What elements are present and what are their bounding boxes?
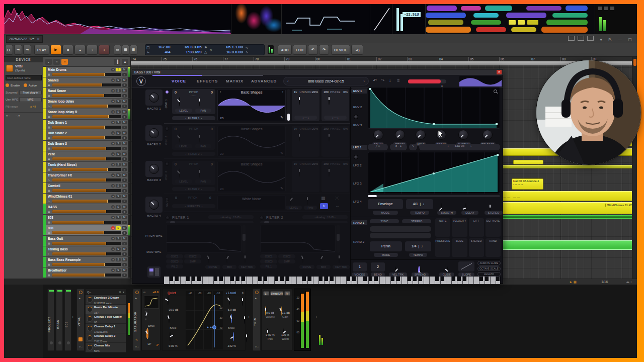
wavetable-dims[interactable]: 2D (220, 117, 224, 120)
loud-knee-mod-knob[interactable] (244, 315, 245, 324)
filter1-drive-knob[interactable] (208, 254, 209, 263)
remote-knob[interactable] (87, 326, 93, 331)
rand-mode-selector[interactable]: Perlin (370, 241, 402, 251)
filter-input-button[interactable]: SMP (278, 259, 295, 263)
mute-button[interactable]: M (122, 258, 127, 261)
track-volume-fader[interactable] (52, 252, 121, 255)
filter2-mix-knob[interactable] (320, 254, 321, 263)
track-row[interactable]: Dub Snare 2 ● S M ▦ ≡ (43, 130, 130, 141)
plugin-close-icon[interactable]: ✕ (497, 70, 502, 74)
solo-button[interactable]: S (116, 184, 121, 188)
arrangement-clip[interactable]: Hat FX 02-bounce-1••••••• (512, 178, 543, 190)
device-view-button[interactable]: DEVICE (331, 45, 350, 55)
mod-source-cell[interactable]: STEREO (469, 238, 484, 257)
automation-icon[interactable]: ∿∿ (245, 45, 250, 54)
tab-effects[interactable]: EFFECTS (197, 79, 218, 83)
lfo-graph[interactable] (368, 152, 500, 194)
loop-length[interactable]: 16.0.0.00 (226, 50, 243, 54)
record-arm-button[interactable]: ● (111, 258, 115, 261)
loop-icon[interactable]: ↻ (208, 48, 213, 52)
remote-knob[interactable] (87, 297, 93, 303)
record-arm-button[interactable]: ● (111, 205, 115, 209)
filter2-enable-icon[interactable] (260, 216, 264, 220)
mute-button[interactable]: M (122, 152, 127, 156)
solo-button[interactable]: S (116, 237, 121, 240)
mod-source-cell[interactable]: PRESSURE (435, 238, 450, 257)
mute-button[interactable]: M (122, 247, 127, 251)
track-volume-fader[interactable] (52, 94, 121, 97)
solo-button[interactable]: S (116, 100, 121, 103)
document-tab-close-icon[interactable]: ✕ (37, 37, 40, 41)
piano-keyboard[interactable] (164, 277, 500, 284)
mute-button[interactable]: M (122, 100, 127, 103)
preset-browser[interactable]: ‹ 808 Bass 2024-02-15 › (283, 77, 369, 85)
track-menu-button[interactable]: ≡ (122, 136, 127, 140)
track-row[interactable]: BASS ● S M ▣ ≡ (43, 204, 130, 215)
smp-level-knob[interactable] (290, 196, 291, 205)
file-menu-button[interactable]: LE (5, 45, 13, 55)
user-name-field[interactable]: User-defined name (6, 75, 42, 80)
track-row[interactable]: Perc ● S M ▣ ≡ (43, 151, 130, 162)
unison-voices[interactable]: 1v (294, 90, 297, 94)
loud-pct-mod-knob[interactable] (246, 333, 247, 342)
osc1-phase-panel[interactable]: 180 PHASE 0% ‹ — › (321, 89, 349, 121)
audio-engine-icon[interactable]: ◄) (351, 45, 363, 55)
track-menu-button[interactable]: ≡ (122, 178, 127, 182)
track-volume-fader[interactable] (52, 105, 121, 108)
mute-button[interactable]: M (122, 216, 127, 219)
mute-button[interactable]: M (122, 173, 127, 177)
remote-control-row[interactable]: Chorus Mix50% (86, 343, 126, 352)
macro-control[interactable]: MACRO 1 (144, 89, 164, 125)
osc1-transpose[interactable]: 0 (175, 90, 177, 94)
loud-db-knob[interactable] (229, 296, 230, 305)
tool-box-icon[interactable]: ▐ (114, 59, 120, 65)
dropdown-icon[interactable]: ▾ (123, 290, 124, 294)
loud-knee-knob[interactable] (231, 314, 232, 323)
stop-button[interactable]: ■ (62, 45, 73, 55)
loud-db-mod-knob[interactable] (242, 297, 243, 306)
solo-button[interactable]: S (116, 78, 121, 82)
glide-option-button[interactable]: OCTAVE SCALE (477, 266, 501, 271)
rand-tempo[interactable]: 1/4 | ♩ (405, 241, 431, 251)
mute-button[interactable]: M (122, 163, 127, 166)
quiet-knee-knob[interactable] (169, 314, 170, 323)
mute-button[interactable]: M (122, 68, 127, 71)
phase-knob[interactable] (329, 96, 330, 105)
window-controls[interactable]: ● ⇱ — ▢ (565, 36, 632, 42)
loop-start[interactable]: 65.1.1.00 (226, 45, 243, 49)
tab-matrix[interactable]: MATRIX (226, 79, 244, 83)
filter1-enable-icon[interactable] (166, 216, 170, 220)
track-menu-button[interactable]: ≡ (122, 157, 127, 161)
filter1-keytrk-knob[interactable] (245, 254, 246, 263)
lfo-tempo[interactable]: 4/1 | ♩ (406, 199, 433, 209)
lfo1-tab[interactable]: LFO 1 (351, 145, 367, 150)
track-volume-fader[interactable] (52, 83, 121, 86)
record-arm-button[interactable]: ● (111, 173, 115, 177)
undo-icon[interactable]: ↶ (308, 45, 318, 55)
record-arm-button[interactable]: ● (111, 247, 115, 251)
time-signature[interactable]: 4/4 (165, 50, 171, 54)
quiet-db-knob[interactable] (168, 296, 169, 305)
osc1-routing[interactable]: ‹ FILTER 1 › (172, 116, 215, 120)
envelope-graph[interactable] (368, 87, 500, 129)
play-button[interactable]: ▶ (50, 45, 61, 55)
track-row[interactable]: Dub Snare 1 ● S M ▦ ≡ (43, 120, 130, 130)
filter1-model[interactable]: ‹ Analog : 12dB › (208, 215, 254, 219)
mute-button[interactable]: M (122, 268, 127, 272)
track-volume-fader[interactable] (52, 115, 121, 118)
record-arm-button[interactable]: ● (111, 195, 115, 198)
osc1-tune[interactable]: 0 (211, 90, 213, 94)
osc1-unison-panel[interactable]: 1v UNISON 20% ‹ — › (292, 89, 319, 121)
track-menu-button[interactable]: ≡ (122, 263, 127, 266)
enable-toggle[interactable]: Enable Active (6, 83, 37, 87)
track-menu-button[interactable]: ≡ (122, 168, 127, 171)
add-device-icon[interactable]: + (315, 315, 317, 320)
track-volume-fader[interactable] (52, 210, 121, 213)
vital-device-rail[interactable]: ▸ VITAL o→ (76, 289, 85, 351)
play-mode-button[interactable]: PLAY (34, 45, 49, 55)
filter2-keytrk-knob[interactable] (339, 254, 340, 263)
env3-tab[interactable]: ENV 3 (351, 123, 367, 128)
suspend-mode-dropdown[interactable]: Trust plug-in (19, 90, 42, 95)
record-arm-button[interactable]: ● (111, 100, 115, 103)
track-menu-button[interactable]: ≡ (122, 242, 127, 245)
